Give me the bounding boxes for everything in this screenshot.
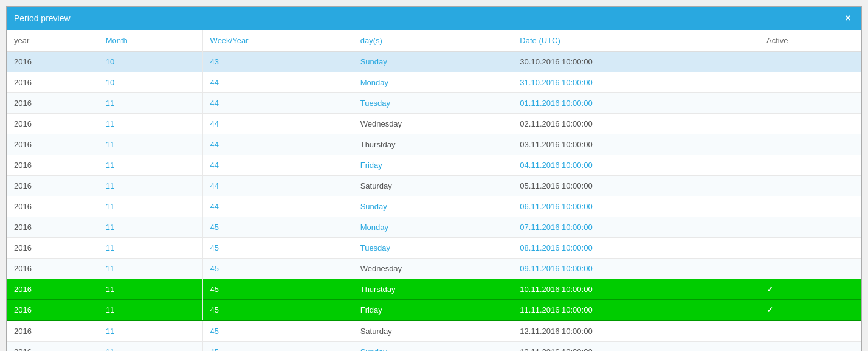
cell-day: Monday bbox=[353, 217, 512, 238]
cell-week: 43 bbox=[202, 52, 353, 72]
cell-date: 01.11.2016 10:00:00 bbox=[512, 93, 759, 114]
cell-month: 10 bbox=[98, 52, 202, 72]
cell-year: 2016 bbox=[7, 196, 98, 217]
cell-day: Friday bbox=[353, 155, 512, 176]
table-row[interactable]: 20161145Tuesday08.11.2016 10:00:00 bbox=[7, 238, 861, 259]
table-row[interactable]: 20161144Wednesday02.11.2016 10:00:00 bbox=[7, 114, 861, 134]
cell-year: 2016 bbox=[7, 93, 98, 114]
cell-date: 05.11.2016 10:00:00 bbox=[512, 176, 759, 196]
col-header-week: Week/Year bbox=[202, 30, 353, 52]
cell-date: 07.11.2016 10:00:00 bbox=[512, 217, 759, 238]
cell-week: 45 bbox=[202, 259, 353, 279]
cell-active bbox=[759, 155, 861, 176]
cell-day: Friday bbox=[353, 300, 512, 321]
cell-active bbox=[759, 114, 861, 134]
cell-year: 2016 bbox=[7, 238, 98, 259]
cell-year: 2016 bbox=[7, 72, 98, 93]
cell-month: 11 bbox=[98, 279, 202, 300]
cell-year: 2016 bbox=[7, 279, 98, 300]
cell-week: 44 bbox=[202, 176, 353, 196]
cell-day: Sunday bbox=[353, 342, 512, 352]
table-row[interactable]: 20161145Monday07.11.2016 10:00:00 bbox=[7, 217, 861, 238]
table-row[interactable]: 20161144Thurstday03.11.2016 10:00:00 bbox=[7, 134, 861, 155]
period-preview-window: Period preview × year Month Week/Year da… bbox=[6, 6, 862, 351]
cell-year: 2016 bbox=[7, 176, 98, 196]
cell-month: 11 bbox=[98, 217, 202, 238]
table-row[interactable]: 20161044Monday31.10.2016 10:00:00 bbox=[7, 72, 861, 93]
cell-year: 2016 bbox=[7, 52, 98, 72]
cell-day: Tuesday bbox=[353, 238, 512, 259]
cell-active bbox=[759, 321, 861, 342]
cell-month: 11 bbox=[98, 155, 202, 176]
title-bar: Period preview × bbox=[7, 7, 861, 30]
col-header-days: day(s) bbox=[353, 30, 512, 52]
cell-active bbox=[759, 238, 861, 259]
cell-active bbox=[759, 93, 861, 114]
cell-date: 13.11.2016 10:00:00 bbox=[512, 342, 759, 352]
table-row[interactable]: 20161144Tuesday01.11.2016 10:00:00 bbox=[7, 93, 861, 114]
cell-week: 44 bbox=[202, 134, 353, 155]
cell-month: 11 bbox=[98, 134, 202, 155]
cell-month: 11 bbox=[98, 196, 202, 217]
close-button[interactable]: × bbox=[842, 12, 854, 24]
cell-year: 2016 bbox=[7, 155, 98, 176]
cell-day: Tuesday bbox=[353, 93, 512, 114]
cell-week: 45 bbox=[202, 342, 353, 352]
cell-week: 45 bbox=[202, 321, 353, 342]
cell-active bbox=[759, 196, 861, 217]
table-row[interactable]: 20161043Sunday30.10.2016 10:00:00 bbox=[7, 52, 861, 72]
cell-date: 12.11.2016 10:00:00 bbox=[512, 321, 759, 342]
table-row[interactable]: 20161144Saturday05.11.2016 10:00:00 bbox=[7, 176, 861, 196]
cell-day: Thurstday bbox=[353, 134, 512, 155]
table-header-row: year Month Week/Year day(s) Date (UTC) A… bbox=[7, 30, 861, 52]
cell-month: 11 bbox=[98, 114, 202, 134]
col-header-month: Month bbox=[98, 30, 202, 52]
cell-active: ✓ bbox=[759, 300, 861, 321]
cell-week: 44 bbox=[202, 93, 353, 114]
cell-active bbox=[759, 134, 861, 155]
table-row[interactable]: 20161145Friday11.11.2016 10:00:00✓ bbox=[7, 300, 861, 321]
cell-month: 11 bbox=[98, 176, 202, 196]
cell-year: 2016 bbox=[7, 259, 98, 279]
cell-active bbox=[759, 259, 861, 279]
table-row[interactable]: 20161144Sunday06.11.2016 10:00:00 bbox=[7, 196, 861, 217]
cell-active bbox=[759, 176, 861, 196]
cell-month: 11 bbox=[98, 259, 202, 279]
cell-day: Saturday bbox=[353, 176, 512, 196]
cell-active bbox=[759, 342, 861, 352]
table-row[interactable]: 20161144Friday04.11.2016 10:00:00 bbox=[7, 155, 861, 176]
cell-year: 2016 bbox=[7, 217, 98, 238]
cell-date: 03.11.2016 10:00:00 bbox=[512, 134, 759, 155]
cell-day: Saturday bbox=[353, 321, 512, 342]
table-row[interactable]: 20161145Sunday13.11.2016 10:00:00 bbox=[7, 342, 861, 352]
cell-active bbox=[759, 52, 861, 72]
cell-month: 11 bbox=[98, 300, 202, 321]
cell-date: 08.11.2016 10:00:00 bbox=[512, 238, 759, 259]
col-header-active: Active bbox=[759, 30, 861, 52]
cell-active: ✓ bbox=[759, 279, 861, 300]
table-row[interactable]: 20161145Thurstday10.11.2016 10:00:00✓ bbox=[7, 279, 861, 300]
cell-week: 44 bbox=[202, 114, 353, 134]
cell-day: Thurstday bbox=[353, 279, 512, 300]
cell-date: 31.10.2016 10:00:00 bbox=[512, 72, 759, 93]
cell-active bbox=[759, 217, 861, 238]
cell-date: 02.11.2016 10:00:00 bbox=[512, 114, 759, 134]
cell-active bbox=[759, 72, 861, 93]
cell-day: Monday bbox=[353, 72, 512, 93]
cell-day: Wednesday bbox=[353, 114, 512, 134]
cell-date: 09.11.2016 10:00:00 bbox=[512, 259, 759, 279]
cell-day: Sunday bbox=[353, 196, 512, 217]
cell-week: 44 bbox=[202, 196, 353, 217]
table-row[interactable]: 20161145Saturday12.11.2016 10:00:00 bbox=[7, 321, 861, 342]
col-header-date: Date (UTC) bbox=[512, 30, 759, 52]
cell-year: 2016 bbox=[7, 342, 98, 352]
cell-year: 2016 bbox=[7, 321, 98, 342]
cell-month: 11 bbox=[98, 342, 202, 352]
cell-week: 45 bbox=[202, 300, 353, 321]
table-row[interactable]: 20161145Wednesday09.11.2016 10:00:00 bbox=[7, 259, 861, 279]
cell-year: 2016 bbox=[7, 114, 98, 134]
window-title: Period preview bbox=[14, 13, 71, 23]
cell-week: 45 bbox=[202, 238, 353, 259]
cell-day: Wednesday bbox=[353, 259, 512, 279]
cell-month: 11 bbox=[98, 93, 202, 114]
